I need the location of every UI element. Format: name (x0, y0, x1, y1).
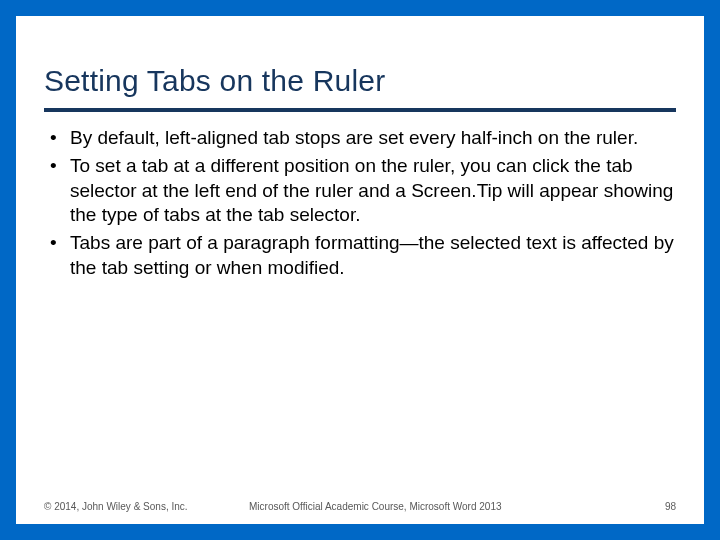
footer-copyright: © 2014, John Wiley & Sons, Inc. (44, 501, 249, 512)
list-item: By default, left-aligned tab stops are s… (44, 126, 676, 150)
footer-page-number: 98 (665, 501, 676, 512)
bullet-list: By default, left-aligned tab stops are s… (44, 126, 676, 280)
slide-frame: Setting Tabs on the Ruler By default, le… (0, 0, 720, 540)
slide-footer: © 2014, John Wiley & Sons, Inc. Microsof… (44, 501, 676, 512)
list-item: To set a tab at a different position on … (44, 154, 676, 227)
footer-course: Microsoft Official Academic Course, Micr… (249, 501, 665, 512)
list-item: Tabs are part of a paragraph formatting—… (44, 231, 676, 280)
slide-title: Setting Tabs on the Ruler (44, 64, 676, 112)
slide-panel: Setting Tabs on the Ruler By default, le… (16, 16, 704, 524)
